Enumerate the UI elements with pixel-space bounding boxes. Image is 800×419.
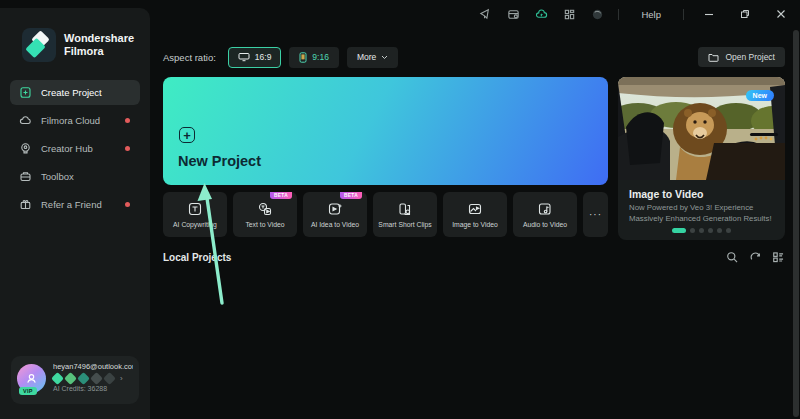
account-email: heyan7496@outlook.com	[53, 362, 133, 371]
new-project-card[interactable]: + New Project	[163, 77, 608, 185]
ai-copywriting-icon	[187, 201, 203, 217]
account-card[interactable]: VIP heyan7496@outlook.com › AI Credits: …	[11, 356, 139, 404]
folder-icon	[708, 52, 719, 62]
promo-card[interactable]: New Image to Video Now Powered by Veo 3!…	[618, 77, 785, 240]
carousel-dot[interactable]	[726, 228, 731, 233]
sidebar-nav: Create Project Filmora Cloud Creator Hub	[0, 76, 150, 224]
carousel-dot[interactable]	[699, 228, 704, 233]
aspect-toolbar: Aspect ratio: 16:9 9:16 More Open Projec…	[163, 46, 785, 68]
filmora-window: Help WondershareFilmora Create Project	[0, 0, 800, 419]
aspect-chip-9-16[interactable]: 9:16	[289, 47, 339, 68]
more-tools-button[interactable]: ···	[583, 192, 608, 237]
carousel-dot[interactable]	[690, 228, 695, 233]
credit-badge-icon	[77, 372, 90, 385]
audio-to-video-icon	[537, 201, 553, 217]
chevron-down-icon	[381, 55, 388, 60]
carousel-dot[interactable]	[717, 228, 722, 233]
view-list-icon[interactable]	[771, 250, 785, 264]
credit-badge-icon	[103, 372, 116, 385]
notification-dot	[125, 118, 130, 123]
ai-tools-row: AI Copywriting BETA Text to Video BETA A…	[163, 192, 608, 237]
tool-image-to-video[interactable]: Image to Video	[443, 192, 507, 237]
aspect-chip-16-9[interactable]: 16:9	[228, 47, 282, 68]
toolbox-icon	[19, 170, 32, 183]
credit-badge-icon	[64, 372, 77, 385]
apps-grid-icon[interactable]	[562, 7, 576, 21]
sidebar: WondershareFilmora Create Project Filmor…	[0, 8, 150, 419]
carousel-dot-active[interactable]	[672, 228, 686, 233]
sidebar-item-label: Creator Hub	[41, 143, 93, 154]
tool-text-to-video[interactable]: BETA Text to Video	[233, 192, 297, 237]
smart-short-clips-icon	[397, 201, 413, 217]
refresh-icon[interactable]	[748, 250, 762, 264]
beta-badge: BETA	[270, 192, 292, 199]
help-menu[interactable]: Help	[633, 9, 669, 20]
image-to-video-icon	[467, 201, 483, 217]
sidebar-item-creator-hub[interactable]: Creator Hub	[10, 136, 140, 161]
creator-icon	[19, 142, 32, 155]
notification-dot	[125, 146, 130, 151]
aspect-chip-more[interactable]: More	[347, 47, 398, 68]
ai-credits: AI Credits: 36288	[53, 385, 133, 392]
carousel-dots	[618, 228, 785, 233]
minimize-button[interactable]	[698, 3, 720, 25]
sidebar-item-filmora-cloud[interactable]: Filmora Cloud	[10, 108, 140, 133]
promo-description: Now Powered by Veo 3! Experience Massive…	[629, 203, 777, 225]
sphere-icon[interactable]	[590, 7, 604, 21]
membership-badges: ›	[53, 374, 133, 383]
chevron-right-icon[interactable]: ›	[120, 374, 123, 383]
brand-name: WondershareFilmora	[64, 32, 134, 58]
titlebar-divider	[618, 9, 619, 20]
tool-audio-to-video[interactable]: Audio to Video	[513, 192, 577, 237]
phone-icon	[299, 52, 307, 63]
notification-dot	[125, 202, 130, 207]
aspect-ratio-label: Aspect ratio:	[163, 52, 216, 63]
search-icon[interactable]	[725, 250, 739, 264]
beta-badge: BETA	[340, 192, 362, 199]
sidebar-item-toolbox[interactable]: Toolbox	[10, 164, 140, 189]
gift-icon	[19, 198, 32, 211]
cloud-icon	[19, 114, 32, 127]
file-plus-icon	[19, 86, 32, 99]
main-area: Aspect ratio: 16:9 9:16 More Open Projec…	[150, 28, 800, 419]
tool-ai-idea-to-video[interactable]: BETA AI Idea to Video	[303, 192, 367, 237]
close-button[interactable]	[770, 3, 792, 25]
text-to-video-icon	[257, 201, 273, 217]
cloud-sync-icon[interactable]	[534, 7, 548, 21]
plus-icon: +	[179, 127, 195, 143]
sidebar-item-label: Refer a Friend	[41, 199, 102, 210]
titlebar: Help	[0, 0, 800, 28]
filmora-logo-icon	[22, 28, 56, 62]
local-projects-title: Local Projects	[163, 252, 231, 263]
promo-image: New	[618, 77, 785, 180]
new-project-title: New Project	[178, 153, 261, 169]
credit-badge-icon	[90, 372, 103, 385]
tool-ai-copywriting[interactable]: AI Copywriting	[163, 192, 227, 237]
megaphone-icon[interactable]	[478, 7, 492, 21]
titlebar-divider	[683, 9, 684, 20]
new-badge: New	[746, 90, 774, 101]
restore-button[interactable]	[734, 3, 756, 25]
sidebar-item-label: Create Project	[41, 87, 102, 98]
promo-title: Image to Video	[629, 188, 774, 200]
credit-badge-icon	[51, 372, 64, 385]
sidebar-item-refer-a-friend[interactable]: Refer a Friend	[10, 192, 140, 217]
sidebar-item-create-project[interactable]: Create Project	[10, 80, 140, 105]
monitor-icon	[238, 52, 250, 62]
tool-smart-short-clips[interactable]: Smart Short Clips	[373, 192, 437, 237]
open-project-button[interactable]: Open Project	[698, 47, 785, 67]
sidebar-item-label: Toolbox	[41, 171, 74, 182]
carousel-dot[interactable]	[708, 228, 713, 233]
feedback-card-icon[interactable]	[506, 7, 520, 21]
local-projects-header: Local Projects	[163, 250, 785, 264]
scrollbar[interactable]	[793, 30, 799, 417]
sidebar-item-label: Filmora Cloud	[41, 115, 100, 126]
vip-badge: VIP	[19, 387, 37, 395]
ai-idea-to-video-icon	[327, 201, 343, 217]
